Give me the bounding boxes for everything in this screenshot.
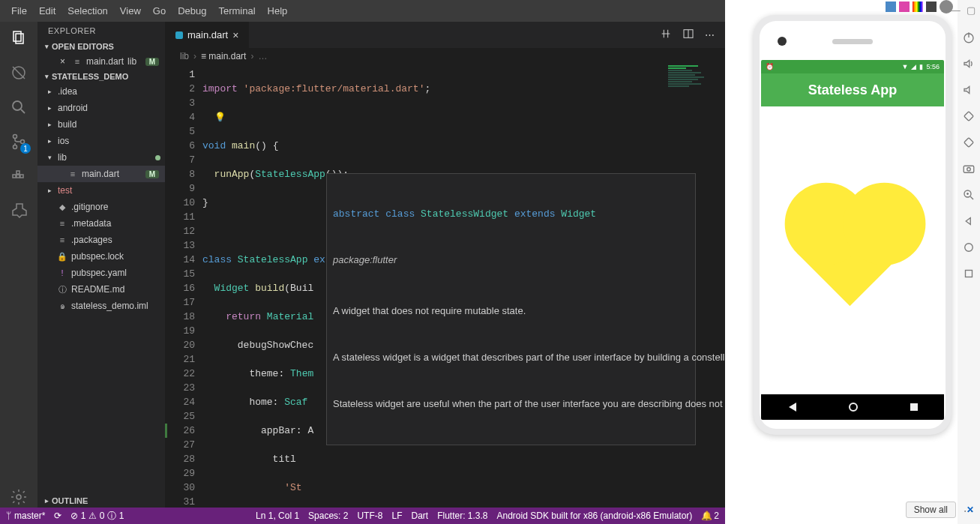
tab-main-dart[interactable]: main.dart × (165, 22, 250, 48)
file-icon: ๑ (57, 299, 67, 313)
tab-label: main.dart (187, 29, 228, 40)
debug-icon[interactable] (8, 62, 29, 83)
editor-area: main.dart × ⋯ lib› ≡ main.dart›… 123456 … (165, 22, 725, 508)
menu-help[interactable]: Help (262, 0, 293, 22)
folder-build[interactable]: ▸build (37, 116, 165, 133)
docker-icon[interactable] (8, 166, 29, 187)
nav-overview-icon[interactable] (962, 267, 976, 283)
folder-label: build (58, 119, 76, 130)
editor-tabs: main.dart × ⋯ (165, 22, 725, 48)
split-editor-icon[interactable] (682, 28, 694, 42)
folder-label: lib (58, 152, 67, 163)
zoom-icon[interactable] (962, 188, 976, 204)
hover-body-1: A stateless widget is a widget that desc… (333, 351, 689, 364)
breadcrumb-file-label: main.dart (208, 51, 246, 61)
project-section[interactable]: ▾STATELESS_DEMO (37, 70, 165, 83)
code-editor[interactable]: 123456 789101112 131415161718 1920212223… (165, 64, 725, 508)
status-language[interactable]: Dart (411, 511, 428, 521)
file-iml[interactable]: ๑stateless_demo.iml (37, 298, 165, 314)
vscode-body: 1 EXPLORER ▾OPEN EDITORS × ≡ main.dart l… (0, 22, 725, 508)
status-problems[interactable]: ⊘ 1 ⚠ 0 ⓘ 1 (70, 510, 124, 523)
minimize-icon[interactable]: — (951, 4, 961, 16)
breadcrumb-folder[interactable]: lib (180, 51, 189, 61)
dismiss-icon[interactable]: ✕ (967, 505, 974, 515)
status-eol[interactable]: LF (391, 511, 402, 521)
svg-rect-27 (966, 271, 973, 277)
menu-terminal[interactable]: Terminal (213, 0, 260, 22)
nav-back-icon[interactable] (962, 214, 976, 230)
file-gitignore[interactable]: ◆.gitignore (37, 199, 165, 215)
power-icon[interactable] (962, 31, 976, 46)
status-position[interactable]: Ln 1, Col 1 (256, 511, 299, 521)
folder-ios[interactable]: ▸ios (37, 133, 165, 149)
search-icon[interactable] (8, 97, 29, 118)
gear-icon[interactable] (8, 487, 29, 508)
ext-icon[interactable] (886, 1, 896, 12)
file-packages[interactable]: ≡.packages (37, 232, 165, 248)
breadcrumbs[interactable]: lib› ≡ main.dart›… (165, 48, 725, 64)
folder-test[interactable]: ▸test (37, 182, 165, 199)
folder-idea[interactable]: ▸.idea (37, 83, 165, 100)
rotate-right-icon[interactable] (962, 136, 976, 151)
menu-view[interactable]: View (115, 0, 146, 22)
open-editor-file[interactable]: × ≡ main.dart lib M (37, 53, 165, 70)
nav-home-icon[interactable] (962, 241, 976, 256)
file-readme[interactable]: ⓘREADME.md (37, 281, 165, 298)
rotate-left-icon[interactable] (962, 109, 976, 125)
svg-point-6 (13, 135, 17, 139)
extensions-icon[interactable] (8, 200, 29, 221)
info-icon: ⓘ (57, 284, 67, 295)
maximize-icon[interactable]: ▢ (967, 4, 976, 16)
explorer-title: EXPLORER (37, 22, 165, 40)
compare-icon[interactable] (660, 28, 672, 42)
volume-up-icon[interactable] (962, 57, 976, 73)
app-title: Stateless App (808, 82, 897, 98)
status-spaces[interactable]: Spaces: 2 (308, 511, 348, 521)
file-pubspeclock[interactable]: 🔒pubspec.lock (37, 248, 165, 265)
svg-line-5 (21, 109, 25, 113)
file-main-dart[interactable]: ≡main.dartM (37, 166, 165, 182)
explorer-icon[interactable] (8, 28, 29, 49)
source-control-icon[interactable]: 1 (8, 131, 29, 152)
hover-documentation[interactable]: abstract class StatelessWidget extends W… (326, 173, 696, 445)
file-pubspecyaml[interactable]: !pubspec.yaml (37, 265, 165, 281)
camera-icon[interactable] (962, 162, 976, 178)
status-flutter[interactable]: Flutter: 1.3.8 (437, 511, 487, 521)
lightbulb-icon[interactable]: 💡 (214, 112, 226, 123)
branch-label: master* (14, 511, 45, 521)
nav-recents-icon[interactable] (910, 403, 918, 411)
volume-down-icon[interactable] (962, 83, 976, 99)
ext-icon[interactable] (913, 1, 923, 12)
breadcrumb-file[interactable]: ≡ main.dart (201, 51, 246, 61)
outline-section[interactable]: ▸OUTLINE (37, 494, 165, 508)
folder-lib[interactable]: ▾lib (37, 149, 165, 166)
ext-icon[interactable] (926, 1, 937, 12)
menu-edit[interactable]: Edit (34, 0, 61, 22)
file-label: main.dart (82, 169, 119, 179)
emulator-toolbar: — ▢ × ⋯ (958, 0, 980, 524)
status-sync[interactable]: ⟳ (54, 511, 61, 521)
nav-home-icon[interactable] (849, 403, 858, 412)
status-notifications[interactable]: 🔔 2 (701, 511, 719, 521)
device-screen[interactable]: ⏰ ▼ ◢ ▮ 5:56 Stateless App (761, 60, 944, 420)
status-encoding[interactable]: UTF-8 (357, 511, 382, 521)
folder-android[interactable]: ▸android (37, 100, 165, 116)
menu-debug[interactable]: Debug (172, 0, 211, 22)
dart-file-icon: ≡ (72, 57, 82, 66)
nav-back-icon[interactable] (787, 403, 796, 412)
status-branch[interactable]: ᛘ master* (6, 511, 45, 521)
more-icon[interactable]: ⋯ (705, 29, 715, 40)
close-icon[interactable]: × (232, 29, 238, 41)
svg-rect-10 (16, 175, 19, 178)
file-metadata[interactable]: ≡.metadata (37, 215, 165, 232)
menu-selection[interactable]: Selection (62, 0, 112, 22)
close-icon[interactable]: × (57, 56, 68, 67)
vscode-window: File Edit Selection View Go Debug Termin… (0, 0, 725, 524)
menu-file[interactable]: File (6, 0, 32, 22)
menu-go[interactable]: Go (148, 0, 171, 22)
code-content[interactable]: import 'package:flutter/material.dart'; … (202, 64, 725, 508)
open-editors-section[interactable]: ▾OPEN EDITORS (37, 40, 165, 53)
ext-icon[interactable] (899, 1, 910, 12)
status-device[interactable]: Android SDK built for x86 (android-x86 E… (497, 511, 693, 521)
show-all-button[interactable]: Show all (906, 502, 956, 518)
